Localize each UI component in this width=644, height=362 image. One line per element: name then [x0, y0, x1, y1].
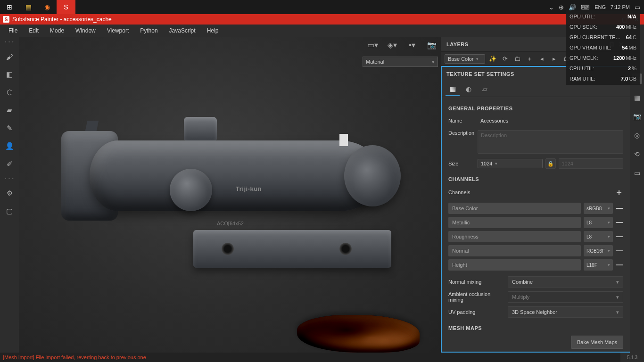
add-channel-icon[interactable]: ＋	[615, 187, 623, 198]
model-engraving: Triji-kun	[236, 185, 262, 192]
bake-mesh-maps-button[interactable]: Bake Mesh Maps	[571, 336, 623, 349]
status-bar: [Mesh import] File import failed, revert…	[0, 353, 630, 362]
toolbar-section-label: • • •	[5, 176, 14, 181]
substance-taskbar-icon[interactable]: S	[57, 0, 75, 14]
size-lock-icon[interactable]: 🔒	[545, 158, 556, 169]
tss-tab-display-icon[interactable]: ◐	[462, 82, 476, 96]
tray-language[interactable]: ENG	[594, 4, 606, 10]
size-width-dropdown[interactable]: 1024	[478, 159, 543, 168]
viewport-cube-icon[interactable]: ◈▾	[386, 39, 398, 51]
channel-row: RoughnessL8—	[448, 231, 623, 242]
menu-window[interactable]: Window	[70, 27, 101, 34]
tss-tab-uv-icon[interactable]: ▱	[478, 82, 492, 96]
gpu-osd-overlay: GPU UTIL:N/A GPU SCLK:400MHz GPU CURRENT…	[566, 10, 640, 85]
menu-mode[interactable]: Mode	[44, 27, 70, 34]
file-explorer-icon[interactable]: ▦	[19, 0, 38, 14]
remove-channel-icon[interactable]: —	[616, 218, 623, 227]
channel-row: Base ColorsRGB8—	[448, 203, 623, 214]
channel-row: NormalRGB16F—	[448, 245, 623, 256]
tray-network-icon[interactable]: ⊕	[559, 4, 564, 11]
remove-channel-icon[interactable]: —	[616, 204, 623, 213]
label-channels: Channels	[448, 189, 470, 195]
layer-action2-icon[interactable]: ▸	[549, 54, 559, 64]
channel-row: MetallicL8—	[448, 217, 623, 228]
tss-tab-settings-icon[interactable]: ▦	[446, 82, 460, 96]
menu-javascript[interactable]: JavaScript	[164, 27, 201, 34]
channel-name[interactable]: Normal	[448, 245, 581, 256]
uv-padding-dropdown[interactable]: 3D Space Neighbor	[508, 306, 623, 318]
tray-chevron-icon[interactable]: ⌄	[549, 4, 554, 11]
remove-channel-icon[interactable]: —	[616, 261, 623, 269]
brush-tool-icon[interactable]: 🖌	[4, 51, 15, 62]
menu-bar: File Edit Mode Window Viewport Python Ja…	[0, 25, 644, 37]
clone-tool-icon[interactable]: 👤	[4, 140, 15, 152]
menu-python[interactable]: Python	[134, 27, 163, 34]
label-size: Size	[448, 161, 478, 166]
menu-viewport[interactable]: Viewport	[101, 27, 134, 34]
rtool-log-icon[interactable]: ▭	[632, 168, 642, 178]
gear-icon[interactable]: ⚙	[4, 188, 15, 199]
add-layer-icon[interactable]: ＋	[525, 54, 534, 64]
channel-format-dropdown[interactable]: L16F	[584, 259, 613, 271]
magic-wand-icon[interactable]: ✨	[488, 54, 497, 64]
label-normal-mixing: Normal mixing	[448, 279, 505, 285]
layer-action-icon[interactable]: ◂	[537, 54, 546, 64]
eraser-tool-icon[interactable]: ◧	[4, 69, 15, 80]
rtool-history-icon[interactable]: ⟲	[632, 149, 642, 159]
viewport-3d[interactable]: ▭▾ ◈▾ ▪▾ 📷 Material Triji-kun ACO[64x52	[19, 37, 441, 353]
channel-format-dropdown[interactable]: sRGB8	[584, 203, 613, 214]
layer-blendmode-dropdown[interactable]: Base Color	[445, 54, 485, 64]
refresh-icon[interactable]: ⟳	[500, 54, 510, 64]
bucket-icon[interactable]: 🗀	[512, 54, 522, 64]
channel-name[interactable]: Height	[448, 259, 581, 271]
input-description[interactable]: Description	[478, 130, 623, 154]
viewport-video-icon[interactable]: ▪▾	[406, 39, 418, 51]
channel-format-dropdown[interactable]: RGB16F	[584, 245, 613, 256]
right-toolbar: ▤ ▦ 📷 ◎ ⟲ ▭	[630, 37, 644, 362]
window-titlebar: S Substance Painter - accessories_cache …	[0, 14, 644, 25]
tray-clock[interactable]: 7:12 PM	[611, 4, 630, 10]
remove-channel-icon[interactable]: —	[616, 232, 623, 241]
channel-name[interactable]: Metallic	[448, 217, 581, 228]
viewport-screenshot-icon[interactable]: 📷	[426, 39, 438, 51]
status-message: [Mesh import] File import failed, revert…	[3, 354, 146, 360]
viewport-camera-mode-icon[interactable]: ▭▾	[366, 39, 379, 51]
section-general: GENERAL PROPERTIES	[448, 106, 623, 111]
menu-help[interactable]: Help	[201, 27, 224, 34]
windows-taskbar: ⊞ ▦ ◉ S ⌄ ⊕ 🔊 ⌨ ENG 7:12 PM ▭	[0, 0, 644, 14]
window-title: Substance Painter - accessories_cache	[12, 16, 112, 23]
rtool-world-icon[interactable]: ◎	[632, 130, 642, 140]
menu-edit[interactable]: Edit	[23, 27, 44, 34]
start-button[interactable]: ⊞	[0, 0, 19, 14]
label-uv-padding: UV padding	[448, 309, 505, 315]
rtool-shelf-icon[interactable]: ▦	[632, 92, 642, 103]
tray-volume-icon[interactable]: 🔊	[569, 4, 576, 11]
model-scope: Triji-kun ACO[64x52	[52, 112, 401, 272]
channel-name[interactable]: Roughness	[448, 231, 581, 242]
app-logo-icon: S	[3, 16, 9, 23]
channel-format-dropdown[interactable]: L8	[584, 231, 613, 242]
channel-name[interactable]: Base Color	[448, 203, 581, 214]
menu-file[interactable]: File	[3, 27, 23, 34]
tray-notifications-icon[interactable]: ▭	[635, 4, 640, 11]
ao-mixing-dropdown: Multiply	[508, 291, 623, 303]
rtool-camera-icon[interactable]: 📷	[632, 111, 642, 122]
fill-tool-icon[interactable]: ▰	[4, 105, 15, 116]
label-description: Description	[448, 130, 478, 136]
channel-row: HeightL16F—	[448, 259, 623, 271]
toolbar-section-label: • • •	[5, 40, 14, 44]
tray-keyboard-icon[interactable]: ⌨	[581, 4, 590, 11]
size-height-input[interactable]: 1024	[559, 158, 624, 169]
texture-set-settings-panel: TEXTURE SET SETTINGS ▦ ◐ ▱ GENERAL PROPE…	[441, 66, 630, 353]
projection-tool-icon[interactable]: ⬡	[4, 87, 15, 98]
channel-format-dropdown[interactable]: L8	[584, 217, 613, 228]
square-tool-icon[interactable]: ▢	[4, 206, 15, 217]
normal-mixing-dropdown[interactable]: Combine	[508, 276, 623, 288]
smudge-tool-icon[interactable]: ✎	[4, 123, 15, 134]
remove-channel-icon[interactable]: —	[616, 247, 623, 255]
firefox-icon[interactable]: ◉	[38, 0, 57, 14]
model-debris	[297, 315, 420, 353]
viewport-channel-dropdown[interactable]: Material	[363, 57, 438, 67]
section-channels: CHANNELS	[448, 176, 623, 182]
picker-tool-icon[interactable]: ✐	[4, 158, 15, 170]
